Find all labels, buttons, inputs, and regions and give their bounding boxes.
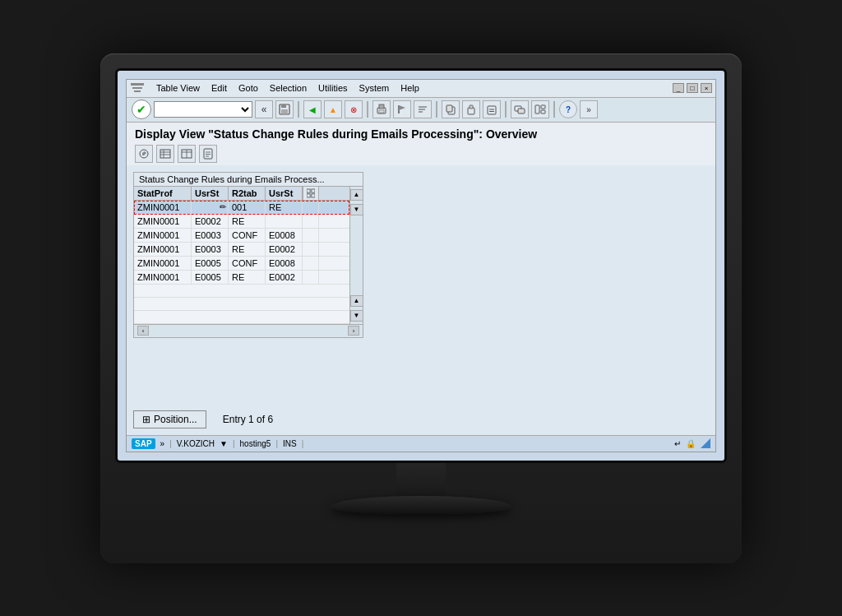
copy-button[interactable] xyxy=(442,100,460,118)
position-label: Position... xyxy=(154,414,197,425)
status-sep-3: | xyxy=(275,439,278,448)
svg-rect-24 xyxy=(541,110,545,113)
lock-icon[interactable]: 🔒 xyxy=(686,439,696,448)
flag-button[interactable] xyxy=(393,100,411,118)
cell-usrst2-2: E0008 xyxy=(266,229,303,242)
cell-usrst-2: E0003 xyxy=(192,229,229,242)
cell-statprof-0: ZMIN0001 xyxy=(134,201,192,214)
svg-rect-21 xyxy=(518,109,525,113)
horizontal-scrollbar[interactable]: ‹ › xyxy=(134,324,363,337)
cell-usrst-5: E0005 xyxy=(192,271,229,284)
sap-logo: SAP xyxy=(132,438,155,449)
maximize-button[interactable]: □ xyxy=(687,83,698,93)
cell-r2tab-0: 001 xyxy=(229,201,266,214)
nav-prev-button[interactable]: ◀ xyxy=(303,100,322,118)
scroll-down2-button[interactable]: ▼ xyxy=(350,310,363,322)
table-row[interactable]: ZMIN0001 E0003 RE E0002 xyxy=(134,243,349,257)
status-sep-2: | xyxy=(233,439,235,448)
scroll-up-button[interactable]: ▲ xyxy=(350,189,363,201)
screen-switch-button[interactable] xyxy=(511,100,529,118)
enter-icon[interactable]: ↵ xyxy=(674,439,681,448)
scroll-left-button[interactable]: ‹ xyxy=(137,326,149,336)
toolbar: ✔ « ◀ ▲ ⊗ xyxy=(127,98,715,123)
svg-rect-26 xyxy=(160,150,170,158)
nav-stop-button[interactable]: ⊗ xyxy=(345,100,363,118)
cell-usrst2-0: RE xyxy=(266,201,303,214)
close-button[interactable]: × xyxy=(701,83,712,93)
cell-extra-4 xyxy=(303,257,319,270)
menu-system[interactable]: System xyxy=(359,83,390,93)
col-grid-icon[interactable] xyxy=(303,187,319,200)
menu-edit[interactable]: Edit xyxy=(211,83,227,93)
layout2-icon-btn[interactable] xyxy=(178,145,196,163)
cell-usrst2-1 xyxy=(266,215,303,228)
paste-button[interactable] xyxy=(462,100,480,118)
cell-extra-5 xyxy=(303,271,319,284)
table-icon-btn[interactable] xyxy=(156,145,174,163)
doc-icon-btn[interactable] xyxy=(199,145,217,163)
screen-bezel: Table View Edit Goto Selection Utilities… xyxy=(115,68,727,463)
more-button[interactable]: » xyxy=(580,100,598,118)
help-button[interactable]: ? xyxy=(559,100,577,118)
col-usrst: UsrSt xyxy=(192,187,229,200)
table-row[interactable]: ZMIN0001 E0002 RE xyxy=(134,215,349,229)
layout-button[interactable] xyxy=(531,100,549,118)
triangle-icon xyxy=(701,438,710,448)
table-row[interactable]: ZMIN0001 E0005 RE E0002 xyxy=(134,271,349,285)
clipboard2-button[interactable] xyxy=(483,100,501,118)
save-button[interactable] xyxy=(275,100,294,118)
position-button[interactable]: ⊞ Position... xyxy=(133,410,206,428)
svg-rect-37 xyxy=(307,189,310,192)
cell-usrst-1: E0002 xyxy=(192,215,229,228)
svg-rect-7 xyxy=(379,104,384,109)
svg-rect-5 xyxy=(281,109,288,113)
menu-goto[interactable]: Goto xyxy=(238,83,258,93)
nav-up-button[interactable]: ▲ xyxy=(324,100,342,118)
minimize-button[interactable]: _ xyxy=(673,83,684,93)
svg-rect-39 xyxy=(307,193,310,197)
edit-icon-btn[interactable] xyxy=(135,145,153,163)
scroll-down-button[interactable]: ▼ xyxy=(350,204,363,215)
sap-window: Table View Edit Goto Selection Utilities… xyxy=(126,79,716,452)
content-area: Status Change Rules during Emails Proces… xyxy=(127,165,715,404)
svg-rect-33 xyxy=(204,149,212,159)
menu-tableview[interactable]: Table View xyxy=(156,83,200,93)
toolbar-sep-5 xyxy=(553,101,555,118)
status-arrow: » xyxy=(160,439,165,448)
scroll-up2-button[interactable]: ▲ xyxy=(350,295,363,307)
cell-usrst-0: ✏ xyxy=(192,201,229,214)
toolbar-sep-1 xyxy=(298,101,299,118)
vertical-scrollbar[interactable]: ▲ ▼ ▲ ▼ xyxy=(349,187,363,324)
user-dropdown-icon[interactable]: ▼ xyxy=(220,439,228,448)
table-row[interactable]: ZMIN0001 E0003 CONF E0008 xyxy=(134,229,349,243)
check-button[interactable]: ✔ xyxy=(132,100,151,119)
cell-extra-1 xyxy=(303,215,319,228)
svg-rect-0 xyxy=(131,83,144,86)
entry-info: Entry 1 of 6 xyxy=(223,414,273,425)
menu-utilities[interactable]: Utilities xyxy=(318,83,347,93)
status-sep-1: | xyxy=(169,439,172,448)
cell-usrst2-5: E0002 xyxy=(266,271,303,284)
print-button[interactable] xyxy=(372,100,391,118)
command-dropdown[interactable] xyxy=(154,101,252,118)
cell-statprof-1: ZMIN0001 xyxy=(134,215,192,228)
cell-r2tab-3: RE xyxy=(229,243,266,256)
status-bar: SAP » | V.KOZICH ▼ | hosting5 | INS | ↵ … xyxy=(127,435,715,452)
svg-rect-1 xyxy=(132,87,142,89)
table-row[interactable]: ZMIN0001 E0005 CONF E0008 xyxy=(134,257,349,271)
position-icon: ⊞ xyxy=(142,414,150,425)
cell-usrst2-4: E0008 xyxy=(266,257,303,270)
menu-selection[interactable]: Selection xyxy=(270,83,307,93)
col-usrst2: UsrSt xyxy=(266,187,303,200)
sort-button[interactable] xyxy=(414,100,432,118)
status-mode: INS xyxy=(283,439,297,448)
svg-rect-23 xyxy=(541,105,545,109)
bottom-area: ⊞ Position... Entry 1 of 6 xyxy=(127,404,715,435)
cell-statprof-5: ZMIN0001 xyxy=(134,271,192,284)
table-row[interactable]: ZMIN0001 ✏ 001 RE xyxy=(134,201,349,215)
scroll-right-button[interactable]: › xyxy=(348,326,359,336)
empty-row xyxy=(134,285,349,298)
back-nav-button[interactable]: « xyxy=(255,100,273,118)
pencil-icon: ✏ xyxy=(220,202,226,211)
menu-help[interactable]: Help xyxy=(400,83,419,93)
